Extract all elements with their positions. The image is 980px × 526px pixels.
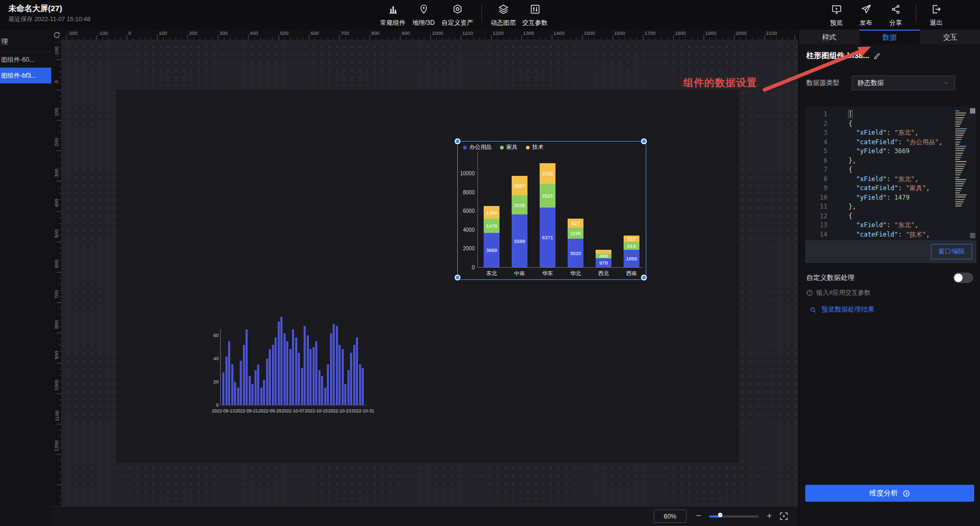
- line-number: 3: [805, 128, 835, 138]
- layers-sidebar: 理 图组件-60...图组件-bf3...: [0, 30, 51, 526]
- code-line: 1[: [805, 110, 976, 119]
- bar-segment: 5599: [512, 214, 527, 267]
- minimap-line: [955, 128, 967, 129]
- line-number: 7: [805, 165, 835, 175]
- hint-row: 输入#应用交互参数: [806, 288, 871, 297]
- code-content: {: [835, 119, 852, 129]
- code-line: 7{: [805, 165, 976, 175]
- trend-bar: [353, 345, 355, 405]
- zoom-slider-knob[interactable]: [718, 513, 722, 517]
- tool-custom-assets[interactable]: 自定义资产: [438, 3, 476, 29]
- selection-handle[interactable]: [641, 138, 647, 144]
- trend-bar-chart-component[interactable]: 60402002022-09-132022-09-212022-09-29202…: [211, 314, 370, 420]
- trend-bar: [292, 330, 294, 405]
- minimap-line: [955, 192, 960, 193]
- minimap-line: [955, 119, 963, 120]
- tool-interaction-params[interactable]: 交互参数: [519, 3, 551, 29]
- trend-bar: [347, 370, 350, 405]
- action-exit-label: 退出: [930, 18, 943, 27]
- legend-dot: [500, 146, 504, 149]
- action-publish[interactable]: 发布: [851, 3, 881, 29]
- trend-bar: [324, 388, 326, 405]
- action-exit[interactable]: 退出: [921, 3, 951, 29]
- action-share[interactable]: 分享: [881, 3, 910, 29]
- minimap-line: [955, 115, 965, 116]
- minimap-line: [955, 130, 966, 132]
- zoom-out-button[interactable]: −: [692, 509, 705, 523]
- action-preview-label: 预览: [830, 18, 843, 27]
- y-tick-label: 0: [459, 265, 475, 270]
- tool-dynamic-layers[interactable]: 动态图层: [487, 3, 519, 29]
- minimap-line: [955, 153, 963, 154]
- ruler-h-label: 2000: [736, 30, 747, 36]
- bar-segment: 2087: [512, 176, 527, 195]
- x-axis-line: [477, 267, 642, 268]
- ruler-v-label: 1000: [51, 378, 62, 393]
- layer-item-0[interactable]: 图组件-60...: [0, 52, 51, 68]
- ruler-v-label: 800: [51, 317, 62, 333]
- legend-item: 技术: [526, 144, 543, 151]
- trend-bar: [309, 349, 312, 405]
- code-content: "cateField": "技术",: [835, 230, 930, 240]
- line-number: 11: [805, 202, 835, 212]
- preview-result-link[interactable]: 预览数据处理结果: [809, 305, 874, 314]
- code-content: "xField": "东北",: [835, 221, 918, 230]
- tool-standard-components[interactable]: 常规组件: [377, 3, 409, 29]
- exit-icon: [931, 4, 942, 17]
- ruler-h-label: 300: [220, 30, 228, 36]
- code-content: "cateField": "家具",: [835, 184, 930, 193]
- editor-stage: 未命名大屏(27) 最近保存 2022-11-07 15:10:48 常规组件地…: [0, 0, 980, 526]
- custom-processing-toggle[interactable]: [953, 273, 973, 283]
- json-code-editor[interactable]: 1[2{3 "xField": "东北",4 "cateField": "办公用…: [805, 107, 976, 240]
- scrollbar-thumb[interactable]: [970, 108, 975, 114]
- y-tick-label: 6000: [459, 208, 475, 214]
- hexagon-asset-icon: [452, 4, 463, 17]
- trend-bar: [344, 384, 346, 405]
- trend-bar: [243, 345, 245, 405]
- selection-handle[interactable]: [455, 275, 460, 280]
- chevron-down-icon: [943, 80, 949, 86]
- zoom-in-button[interactable]: +: [763, 509, 776, 523]
- code-line: 12{: [805, 212, 976, 221]
- minimap-line: [955, 166, 965, 167]
- scrollbar-thumb-bottom[interactable]: [970, 233, 975, 238]
- refresh-icon[interactable]: [53, 31, 61, 39]
- code-content: },: [835, 156, 856, 166]
- trend-bar: [234, 382, 236, 405]
- minimap-line: [955, 137, 963, 138]
- tool-geo-3d[interactable]: 地理/3D: [409, 3, 438, 29]
- selection-handle[interactable]: [641, 275, 647, 280]
- minimap-line: [955, 161, 967, 162]
- selection-handle[interactable]: [455, 138, 460, 144]
- top-header-bar: 未命名大屏(27) 最近保存 2022-11-07 15:10:48 常规组件地…: [0, 0, 980, 30]
- trend-y-tick: 40: [211, 356, 219, 361]
- edit-pencil-icon[interactable]: [873, 52, 881, 60]
- tab-数据[interactable]: 数据: [860, 30, 920, 44]
- trend-baseline: [220, 405, 367, 406]
- zoom-slider[interactable]: [709, 515, 759, 518]
- trend-y-axis: [220, 329, 221, 406]
- zoom-percentage-input[interactable]: 60%: [654, 510, 686, 523]
- ruler-h-label: 700: [341, 30, 350, 36]
- trend-bar: [251, 384, 253, 405]
- line-number: 9: [805, 184, 835, 193]
- tab-交互[interactable]: 交互: [920, 30, 980, 44]
- minimap-line: [955, 155, 962, 156]
- fit-screen-icon[interactable]: [779, 511, 789, 521]
- trend-bar: [330, 333, 332, 405]
- window-edit-button[interactable]: 窗口编辑: [931, 244, 972, 259]
- layer-item-1[interactable]: 图组件-bf3...: [0, 68, 51, 83]
- ruler-v-label: 1100: [51, 408, 62, 424]
- trend-bar: [284, 333, 286, 405]
- ruler-h-label: 800: [371, 30, 380, 36]
- datasource-type-value: 静态数据: [858, 79, 884, 88]
- trend-bar: [336, 326, 338, 405]
- stacked-bar-chart-component[interactable]: 办公用品家具技术 0200040006000800010000366914791…: [457, 141, 646, 280]
- datasource-type-select[interactable]: 静态数据: [852, 76, 955, 90]
- minimap-line: [955, 142, 960, 143]
- dimension-analysis-button[interactable]: 维度分析: [805, 485, 974, 502]
- trend-bar: [275, 337, 277, 405]
- action-preview[interactable]: 预览: [822, 3, 851, 29]
- component-name-row: 柱形图组件-bf38...: [806, 51, 881, 61]
- tab-样式[interactable]: 样式: [799, 30, 860, 44]
